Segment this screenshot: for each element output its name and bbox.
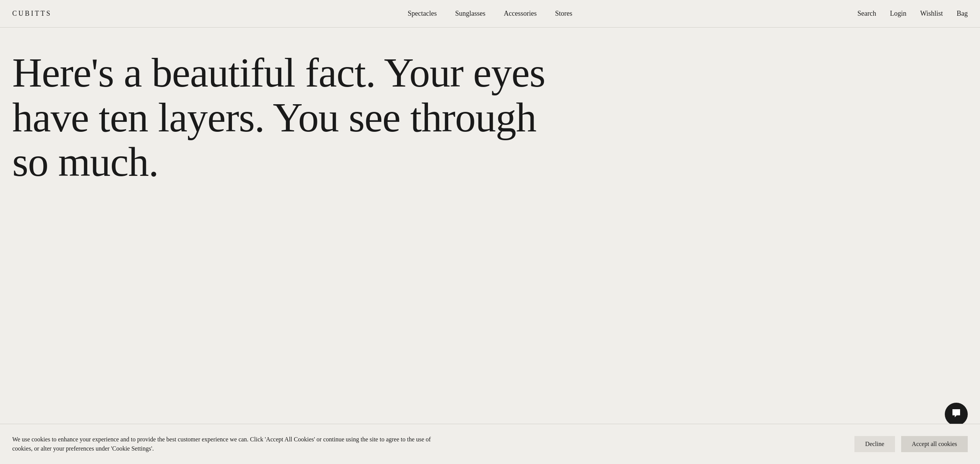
cookie-text: We use cookies to enhance your experienc… — [12, 435, 433, 453]
decline-button[interactable]: Decline — [854, 436, 895, 452]
nav-search-link[interactable]: Search — [858, 10, 876, 18]
nav-center-links: Spectacles Sunglasses Accessories Stores — [408, 10, 572, 18]
nav-link-stores[interactable]: Stores — [555, 10, 572, 18]
chat-button[interactable] — [945, 403, 968, 426]
nav-bag-link[interactable]: Bag — [957, 10, 968, 18]
nav-link-accessories[interactable]: Accessories — [504, 10, 537, 18]
chat-icon — [951, 408, 962, 421]
cookie-buttons: Decline Accept all cookies — [854, 436, 968, 452]
nav-wishlist-link[interactable]: Wishlist — [920, 10, 943, 18]
brand-logo[interactable]: CUBITTS — [12, 10, 52, 18]
nav-link-sunglasses[interactable]: Sunglasses — [455, 10, 485, 18]
main-content: Here's a beautiful fact. Your eyes have … — [0, 28, 980, 200]
nav-right-links: Search Login Wishlist Bag — [858, 10, 968, 18]
nav-login-link[interactable]: Login — [890, 10, 906, 18]
cookie-banner: We use cookies to enhance your experienc… — [0, 424, 980, 464]
nav-link-spectacles[interactable]: Spectacles — [408, 10, 437, 18]
hero-heading: Here's a beautiful fact. Your eyes have … — [12, 51, 548, 185]
accept-all-cookies-button[interactable]: Accept all cookies — [901, 436, 968, 452]
navigation: CUBITTS Spectacles Sunglasses Accessorie… — [0, 0, 980, 28]
